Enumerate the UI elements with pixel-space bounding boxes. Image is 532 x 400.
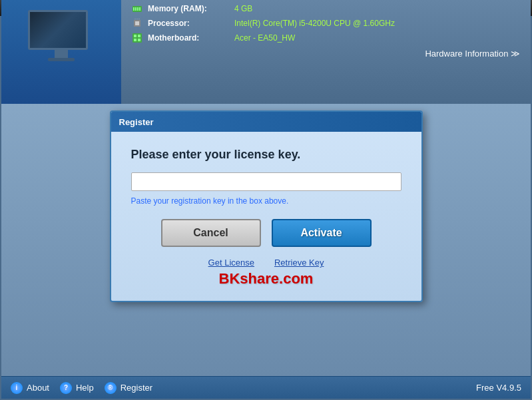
mb-row: Motherboard: Acer - EA50_HW bbox=[132, 33, 520, 43]
dialog-links: Get License Retrieve Key bbox=[131, 258, 401, 268]
system-panel: System bbox=[1, 0, 121, 104]
dialog-overlay: Register Please enter your license key. … bbox=[1, 104, 531, 110]
footer: i About ? Help ® Register Free V4.9.5 bbox=[1, 376, 531, 399]
dialog-prompt: Please enter your license key. bbox=[131, 148, 401, 162]
help-button[interactable]: ? Help bbox=[60, 382, 94, 394]
cpu-icon bbox=[132, 18, 142, 29]
license-key-input[interactable] bbox=[131, 172, 401, 191]
cancel-button[interactable]: Cancel bbox=[161, 219, 261, 247]
system-area: System bbox=[1, 0, 531, 104]
register-button[interactable]: ® Register bbox=[105, 382, 152, 394]
svg-rect-21 bbox=[135, 7, 136, 11]
system-info-panel: Operation System: Microsoft Windows 7 Ul… bbox=[121, 0, 531, 104]
register-label: Register bbox=[121, 383, 152, 393]
register-icon: ® bbox=[105, 382, 117, 394]
dialog-title-bar: Register bbox=[111, 112, 421, 132]
monitor-screen bbox=[28, 10, 88, 50]
mb-label: Motherboard: bbox=[148, 33, 234, 43]
monitor-base bbox=[48, 58, 75, 61]
help-icon: ? bbox=[60, 382, 72, 394]
svg-rect-32 bbox=[134, 39, 136, 41]
hw-info-link[interactable]: Hardware Information ≫ bbox=[425, 49, 520, 59]
svg-rect-25 bbox=[135, 21, 139, 25]
main-window: DriverEasy Scan bbox=[0, 16, 532, 400]
svg-rect-22 bbox=[137, 7, 138, 11]
mb-icon bbox=[132, 33, 142, 43]
help-label: Help bbox=[76, 383, 94, 393]
dialog-title: Register bbox=[119, 117, 154, 127]
svg-rect-30 bbox=[134, 35, 136, 37]
monitor-stand bbox=[55, 50, 68, 58]
cpu-row: Processor: Intel(R) Core(TM) i5-4200U CP… bbox=[132, 18, 520, 29]
dialog-buttons: Cancel Activate bbox=[131, 219, 401, 247]
cpu-value: Intel(R) Core(TM) i5-4200U CPU @ 1.60GHz bbox=[234, 19, 395, 28]
dialog-body: Please enter your license key. Paste you… bbox=[111, 132, 421, 301]
svg-rect-20 bbox=[133, 7, 134, 11]
watermark: BKshare.com bbox=[131, 270, 401, 288]
about-icon: i bbox=[11, 382, 23, 394]
activate-button[interactable]: Activate bbox=[272, 219, 372, 247]
register-dialog: Register Please enter your license key. … bbox=[110, 110, 423, 302]
about-button[interactable]: i About bbox=[11, 382, 49, 394]
content-area: Scan for Updating Driver 1 ▶ 2 ▶ 3 Scan … bbox=[1, 71, 531, 376]
ram-icon bbox=[132, 3, 142, 14]
ram-label: Memory (RAM): bbox=[148, 4, 234, 13]
about-label: About bbox=[27, 383, 49, 393]
svg-rect-31 bbox=[138, 35, 140, 37]
cpu-label: Processor: bbox=[148, 19, 234, 28]
svg-rect-23 bbox=[139, 7, 140, 11]
version-label: Free V4.9.5 bbox=[476, 383, 521, 393]
ram-value: 4 GB bbox=[234, 4, 252, 13]
mb-value: Acer - EA50_HW bbox=[234, 33, 295, 43]
svg-rect-33 bbox=[138, 39, 140, 41]
get-license-link[interactable]: Get License bbox=[208, 258, 254, 268]
monitor-icon bbox=[28, 10, 95, 63]
paste-hint: Paste your registration key in the box a… bbox=[131, 196, 401, 206]
ram-row: Memory (RAM): 4 GB bbox=[132, 3, 520, 14]
retrieve-key-link[interactable]: Retrieve Key bbox=[274, 258, 324, 268]
